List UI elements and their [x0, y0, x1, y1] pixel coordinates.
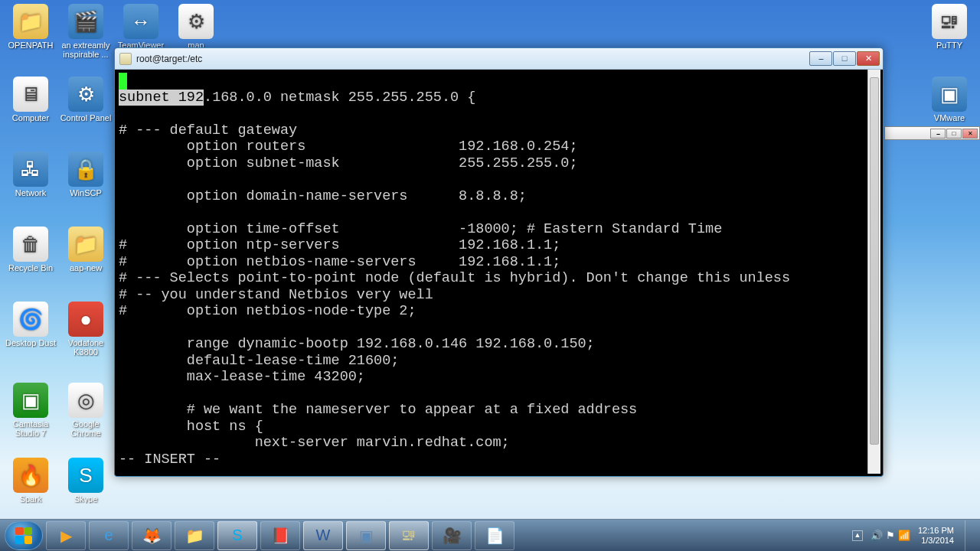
recycle-icon: 🗑 — [13, 227, 48, 262]
icon-label: Vodafone K3800 — [59, 338, 113, 357]
putty-window: root@target:/etc ‒ □ ✕ subnet 192.168.0.… — [114, 47, 884, 477]
icon-label: Google Chrome — [59, 419, 113, 438]
google-icon: ◎ — [68, 383, 103, 418]
minimize-button[interactable]: ‒ — [809, 51, 832, 66]
desktop-icon-an-extreamly-inspirable[interactable]: 🎬an extreamly inspirable ... — [59, 4, 113, 59]
close-button[interactable]: ✕ — [857, 51, 880, 66]
clock-time: 12:16 PM — [918, 526, 954, 536]
desktop-icon-google-chrome[interactable]: ◎Google Chrome — [59, 383, 113, 438]
icon-label: VMware — [923, 113, 976, 122]
icon-label: Computer — [4, 113, 57, 122]
scrollbar-thumb[interactable] — [870, 77, 879, 445]
desktop-icon-recycle-bin[interactable]: 🗑Recycle Bin — [4, 227, 57, 272]
taskbar-vmware[interactable]: ▣ — [346, 521, 386, 550]
icon-label: WinSCP — [59, 188, 113, 197]
desktop: 📁OPENPATH🎬an extreamly inspirable ...↔Te… — [0, 0, 980, 551]
icon-label: Skype — [59, 494, 113, 504]
taskbar-media-player[interactable]: ▶ — [46, 521, 86, 550]
show-desktop-button[interactable] — [965, 520, 972, 551]
terminal-scrollbar[interactable] — [867, 70, 880, 474]
tray-overflow-button[interactable]: ▲ — [852, 530, 863, 541]
icon-label: Camtasia Studio 7 — [4, 419, 57, 438]
maximize-button[interactable]: □ — [833, 51, 856, 66]
map-icon: ⚙ — [178, 4, 214, 39]
icon-label: Control Panel — [59, 113, 113, 122]
taskbar-word[interactable]: W — [303, 521, 343, 550]
desktop-icon-openpath[interactable]: 📁OPENPATH — [4, 4, 57, 50]
taskbar-explorer[interactable]: 📁 — [175, 521, 214, 550]
teamviewer-icon: ↔ — [123, 4, 158, 39]
clock-date: 1/3/2014 — [918, 536, 954, 546]
desktop-icon-skype[interactable]: SSkype — [59, 458, 113, 504]
taskbar-firefox[interactable]: 🦊 — [132, 521, 172, 550]
an-icon: 🎬 — [68, 4, 103, 39]
icon-label: aap-new — [59, 263, 113, 272]
bg-min-button[interactable]: ‒ — [930, 129, 946, 139]
putty-icon — [119, 53, 132, 65]
skype-icon: S — [68, 458, 103, 493]
windows-logo-icon — [15, 527, 32, 544]
icon-label: Spark — [4, 494, 57, 504]
bg-max-button[interactable]: □ — [946, 129, 962, 139]
vodafone-icon: ● — [68, 302, 103, 337]
taskbar-internet-explorer[interactable]: e — [89, 521, 129, 550]
tray-icons[interactable]: 🔊⚑📶 — [869, 530, 912, 541]
desktop-icon-aap-new[interactable]: 📁aap-new — [59, 227, 113, 272]
desktop-icon: 🌀 — [13, 302, 48, 337]
desktop-icon-network[interactable]: 🖧Network — [4, 152, 57, 197]
bg-close-button[interactable]: ✕ — [962, 129, 978, 139]
vmware-icon: ▣ — [932, 77, 967, 112]
winscp-icon: 🔒 — [68, 152, 103, 187]
control-icon: ⚙ — [68, 77, 103, 112]
taskbar-pdf[interactable]: 📕 — [260, 521, 300, 550]
camtasia-icon: ▣ — [13, 383, 48, 418]
desktop-icon-desktop-dust[interactable]: 🌀Desktop Dust — [4, 302, 57, 347]
computer-icon: 🖥 — [13, 77, 48, 112]
desktop-icon-putty[interactable]: 🖳PuTTY — [923, 4, 976, 50]
putty-titlebar[interactable]: root@target:/etc ‒ □ ✕ — [115, 48, 883, 70]
network-icon: 🖧 — [13, 152, 48, 187]
aap-new-icon: 📁 — [68, 227, 103, 262]
desktop-icon-teamviewer[interactable]: ↔TeamViewer — [114, 4, 168, 50]
desktop-icon-camtasia-studio-7[interactable]: ▣Camtasia Studio 7 — [4, 383, 57, 438]
icon-label: an extreamly inspirable ... — [59, 41, 113, 59]
desktop-icon-vmware[interactable]: ▣VMware — [923, 77, 976, 122]
taskbar: ▶e🦊📁S📕W▣🖳🎥📄 ▲ 🔊⚑📶 12:16 PM 1/3/2014 — [0, 519, 980, 551]
background-window-controls: ‒ □ ✕ — [884, 126, 980, 140]
taskbar-putty[interactable]: 🖳 — [389, 521, 429, 550]
desktop-icon-map[interactable]: ⚙map — [169, 4, 223, 50]
system-tray: ▲ 🔊⚑📶 12:16 PM 1/3/2014 — [852, 520, 975, 551]
taskbar-skype[interactable]: S — [217, 521, 257, 550]
start-button[interactable] — [5, 521, 43, 550]
icon-label: PuTTY — [923, 41, 976, 50]
icon-label: Network — [4, 188, 57, 197]
putty-title: root@target:/etc — [136, 54, 805, 64]
icon-label: OPENPATH — [4, 41, 57, 50]
desktop-icon-spark[interactable]: 🔥Spark — [4, 458, 57, 504]
desktop-icon-vodafone-k3800[interactable]: ●Vodafone K3800 — [59, 302, 113, 357]
desktop-icon-control-panel[interactable]: ⚙Control Panel — [59, 77, 113, 122]
spark-icon: 🔥 — [13, 458, 48, 493]
clock[interactable]: 12:16 PM 1/3/2014 — [918, 526, 954, 546]
desktop-icon-winscp[interactable]: 🔒WinSCP — [59, 152, 113, 197]
putty-icon: 🖳 — [932, 4, 967, 39]
terminal-content[interactable]: subnet 192.168.0.0 netmask 255.255.255.0… — [117, 70, 867, 474]
icon-label: Desktop Dust — [4, 338, 57, 347]
taskbar-notepad[interactable]: 📄 — [475, 521, 514, 550]
icon-label: Recycle Bin — [4, 263, 57, 272]
openpath-icon: 📁 — [13, 4, 48, 39]
taskbar-camtasia[interactable]: 🎥 — [432, 521, 472, 550]
desktop-icon-computer[interactable]: 🖥Computer — [4, 77, 57, 122]
